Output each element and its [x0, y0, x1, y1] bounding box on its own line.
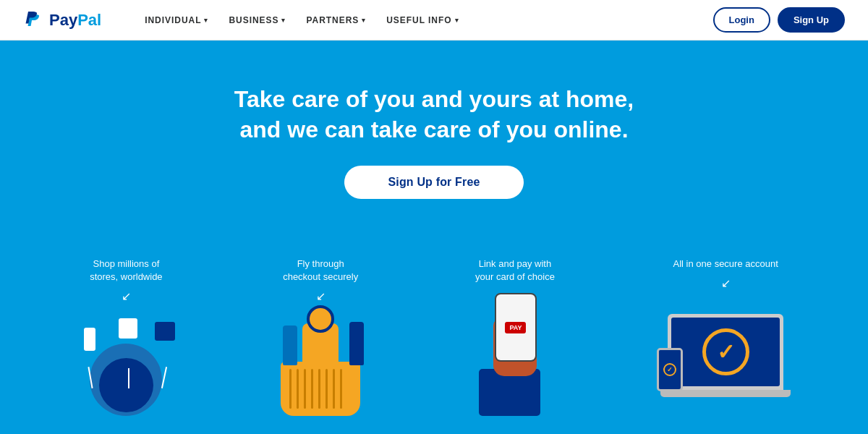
shop-illustration: [68, 307, 184, 416]
features-section: Shop millions ofstores, worldwide ↙ Fly …: [0, 243, 868, 434]
hero-title: Take care of you and yours at home, and …: [234, 85, 634, 145]
feature-secure-label: All in one secure account: [673, 258, 778, 271]
cta-signup-button[interactable]: Sign Up for Free: [344, 166, 523, 199]
checkout-illustration: [263, 307, 378, 416]
feature-card: Link and pay withyour card of choice ↙ P…: [426, 258, 604, 416]
navbar: PayPal INDIVIDUAL ▾ BUSINESS ▾ PARTNERS …: [0, 0, 868, 41]
arrow-down-icon: ↙: [721, 276, 731, 290]
logo-text: PayPal: [49, 11, 101, 30]
login-button[interactable]: Login: [713, 7, 770, 33]
feature-checkout-label: Fly throughcheckout securely: [283, 258, 358, 284]
paypal-logo-icon: [23, 10, 43, 30]
arrow-down-icon: ↙: [122, 289, 131, 303]
feature-shop-label: Shop millions ofstores, worldwide: [90, 258, 162, 284]
feature-checkout: Fly throughcheckout securely ↙: [231, 258, 409, 416]
card-illustration: PAY: [457, 307, 573, 416]
feature-card-label: Link and pay withyour card of choice: [475, 258, 555, 284]
nav-item-useful-info[interactable]: USEFUL INFO ▾: [378, 9, 467, 31]
chevron-down-icon: ▾: [281, 17, 286, 24]
nav-item-partners[interactable]: PARTNERS ▾: [297, 9, 375, 31]
hero-section: Take care of you and yours at home, and …: [0, 41, 868, 243]
signup-button[interactable]: Sign Up: [778, 7, 845, 33]
nav-links: INDIVIDUAL ▾ BUSINESS ▾ PARTNERS ▾ USEFU…: [136, 9, 712, 31]
secure-illustration: ✓ ✓: [653, 294, 798, 403]
logo[interactable]: PayPal: [23, 10, 101, 30]
feature-secure: All in one secure account ↙ ✓ ✓: [621, 258, 831, 403]
nav-actions: Login Sign Up: [713, 7, 846, 33]
chevron-down-icon: ▾: [204, 17, 208, 24]
chevron-down-icon: ▾: [455, 17, 459, 24]
chevron-down-icon: ▾: [362, 17, 366, 24]
arrow-down-icon: ↙: [316, 289, 326, 303]
nav-item-individual[interactable]: INDIVIDUAL ▾: [136, 9, 217, 31]
nav-item-business[interactable]: BUSINESS ▾: [220, 9, 294, 31]
feature-shop: Shop millions ofstores, worldwide ↙: [37, 258, 215, 416]
